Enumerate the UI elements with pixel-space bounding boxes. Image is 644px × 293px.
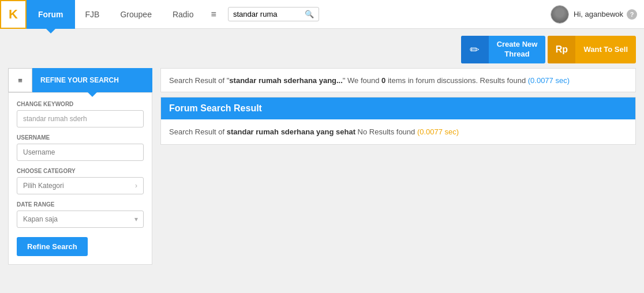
result-panel: Forum Search Result Search Result of sta… — [160, 97, 636, 145]
sidebar-hamburger[interactable]: ≡ — [8, 68, 32, 92]
avatar — [551, 5, 569, 24]
date-range-label: DATE RANGE — [17, 201, 144, 208]
result-body-time: (0.0077 sec) — [417, 127, 459, 136]
sidebar-form: CHANGE KEYWORD USERNAME CHOOSE CATEGORY … — [8, 92, 152, 265]
nav-forum[interactable]: Forum — [27, 0, 75, 29]
date-range-select[interactable]: Kapan saja Hari ini Minggu ini Bulan ini — [17, 211, 144, 228]
result-bar-text: Search Result of "standar rumah sderhana… — [169, 76, 570, 85]
nav-right: Hi, aganbewok ? — [551, 5, 644, 24]
action-bar: ✏ Create NewThread Rp Want To Sell — [0, 29, 644, 68]
search-icon[interactable]: 🔍 — [305, 10, 314, 18]
content-area: Search Result of "standar rumah sderhana… — [160, 68, 636, 265]
refine-header: REFINE YOUR SEARCH — [32, 68, 152, 92]
change-keyword-input[interactable] — [17, 110, 144, 127]
nav-forum-label: Forum — [38, 10, 63, 19]
navbar: K Forum FJB Groupee Radio ≡ 🔍 Hi, aganbe… — [0, 0, 644, 29]
result-body-keyword: standar rumah sderhana yang sehat — [227, 127, 355, 136]
sidebar: ≡ REFINE YOUR SEARCH CHANGE KEYWORD USER… — [8, 68, 152, 265]
logo-box[interactable]: K — [0, 0, 27, 29]
chevron-right-icon: › — [135, 182, 137, 190]
nav-fjb[interactable]: FJB — [75, 0, 110, 29]
want-to-sell-button[interactable]: Rp Want To Sell — [548, 36, 636, 63]
rp-icon: Rp — [548, 36, 575, 63]
nav-radio[interactable]: Radio — [162, 0, 204, 29]
create-thread-label: Create NewThread — [489, 40, 546, 59]
logo-icon: K — [9, 7, 18, 22]
result-body: Search Result of standar rumah sderhana … — [161, 119, 635, 144]
result-bar-keyword: standar rumah sderhana yang... — [229, 76, 343, 85]
date-range-wrapper: Kapan saja Hari ini Minggu ini Bulan ini… — [17, 211, 144, 228]
main-container: ≡ REFINE YOUR SEARCH CHANGE KEYWORD USER… — [0, 68, 644, 273]
search-result-bar: Search Result of "standar rumah sderhana… — [160, 68, 636, 92]
want-to-sell-label: Want To Sell — [575, 45, 636, 55]
change-keyword-label: CHANGE KEYWORD — [17, 101, 144, 107]
refine-search-button[interactable]: Refine Search — [17, 237, 88, 256]
create-thread-button[interactable]: ✏ Create NewThread — [461, 36, 546, 63]
sidebar-header-row: ≡ REFINE YOUR SEARCH — [8, 68, 152, 92]
result-time: (0.0077 sec) — [528, 76, 570, 85]
result-count: 0 — [381, 76, 385, 85]
search-bar: 🔍 — [228, 7, 319, 21]
category-select[interactable]: Pilih Kategori › — [17, 177, 144, 194]
help-icon[interactable]: ? — [627, 9, 637, 20]
search-input[interactable] — [233, 10, 302, 18]
username-label: USERNAME — [17, 134, 144, 141]
choose-category-label: CHOOSE CATEGORY — [17, 168, 144, 174]
category-value: Pilih Kategori — [23, 182, 64, 190]
nav-menu-icon[interactable]: ≡ — [204, 9, 223, 20]
result-panel-header: Forum Search Result — [161, 97, 635, 119]
nav-groupee[interactable]: Groupee — [110, 0, 162, 29]
hi-user-text: Hi, aganbewok — [574, 10, 623, 18]
pencil-icon: ✏ — [461, 36, 489, 63]
username-input[interactable] — [17, 144, 144, 161]
